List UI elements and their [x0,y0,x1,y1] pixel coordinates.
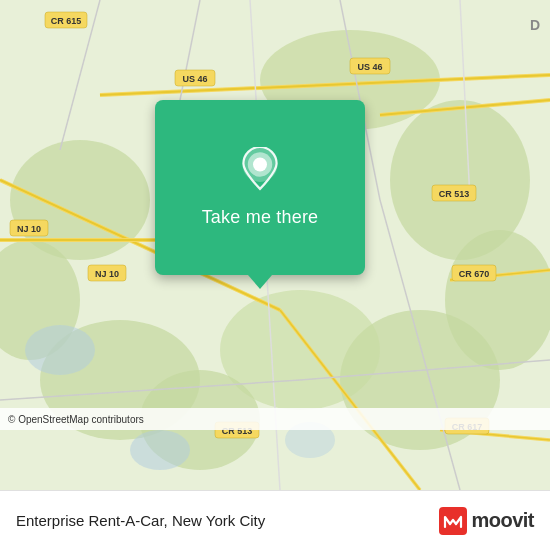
attribution-bar: © OpenStreetMap contributors [0,408,550,430]
svg-point-11 [130,430,190,470]
svg-point-56 [253,157,267,171]
location-pin-icon [236,147,284,195]
svg-text:US 46: US 46 [182,74,207,84]
bottom-bar: Enterprise Rent-A-Car, New York City moo… [0,490,550,550]
svg-text:NJ 10: NJ 10 [17,224,41,234]
take-me-there-button[interactable]: Take me there [202,207,319,228]
moovit-m-icon [439,507,467,535]
svg-text:D: D [530,17,540,33]
svg-text:CR 615: CR 615 [51,16,82,26]
popup-card[interactable]: Take me there [155,100,365,275]
svg-text:NJ 10: NJ 10 [95,269,119,279]
location-title: Enterprise Rent-A-Car, New York City [16,512,265,529]
svg-point-10 [25,325,95,375]
moovit-logo: moovit [439,507,534,535]
svg-text:CR 670: CR 670 [459,269,490,279]
attribution-text: © OpenStreetMap contributors [8,414,144,425]
svg-text:US 46: US 46 [357,62,382,72]
svg-text:CR 513: CR 513 [439,189,470,199]
moovit-label: moovit [471,509,534,532]
map-container: CR 615 US 46 US 46 NJ 10 NJ 10 CR 513 CR… [0,0,550,490]
